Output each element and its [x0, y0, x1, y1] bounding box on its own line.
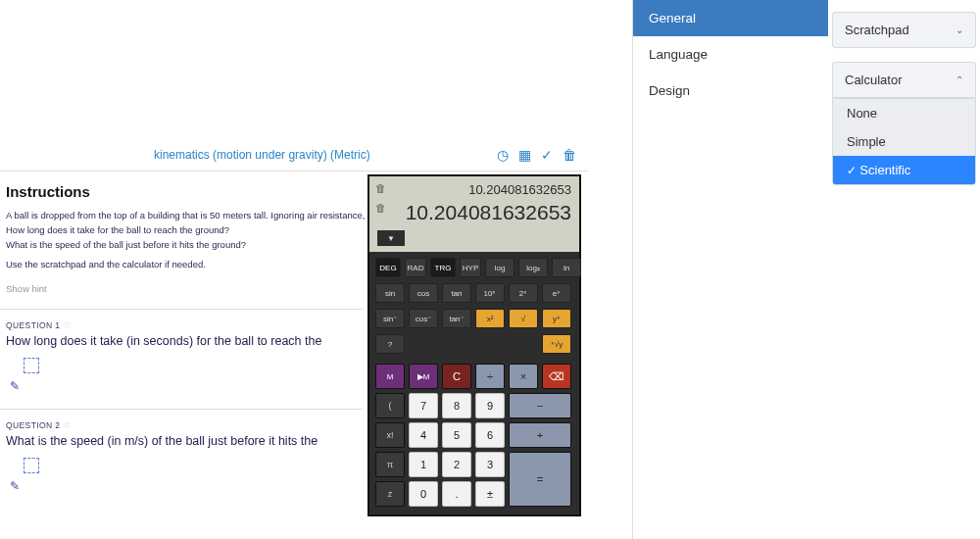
calc-key-tenx[interactable]: 10ˣ — [475, 283, 505, 303]
answer-input-2[interactable] — [24, 458, 39, 473]
calc-key-8[interactable]: 8 — [442, 393, 471, 418]
calc-key-dot[interactable]: . — [442, 481, 471, 507]
scratchpad-label: Scratchpad — [845, 23, 909, 37]
calc-key-plus[interactable]: + — [509, 422, 571, 448]
calc-key-log2[interactable]: log₂ — [518, 258, 548, 277]
grid-icon[interactable]: ▦ — [518, 147, 531, 163]
calc-key-tan[interactable]: tan — [442, 283, 471, 303]
calc-key-6[interactable]: 6 — [475, 422, 505, 448]
calculator-label: Calculator — [845, 73, 903, 87]
calc-key-ypow[interactable]: yˣ — [542, 309, 571, 328]
calc-option-none[interactable]: None — [833, 99, 975, 127]
calculator-options: None Simple Scientific — [832, 98, 976, 185]
calc-key-cos[interactable]: cos — [409, 283, 438, 303]
calc-clear-line-icon[interactable]: 🗑 — [375, 182, 386, 194]
calc-key-z[interactable]: z — [375, 481, 405, 507]
calc-spacer — [442, 334, 471, 354]
edit-icon[interactable]: ✎ — [10, 479, 20, 493]
calc-result-line: 10.204081632653 — [377, 199, 571, 226]
calc-key-ln[interactable]: ln — [552, 258, 581, 277]
calc-key-asin[interactable]: sin⁻ — [375, 309, 405, 328]
calc-history-line: 10.204081632653 — [377, 180, 571, 199]
calc-key-atan[interactable]: tan⁻ — [442, 309, 471, 328]
show-hint-link[interactable]: Show hint — [6, 283, 47, 294]
calc-key-mrecall[interactable]: M — [375, 364, 405, 389]
calc-history-toggle[interactable]: ▼ — [377, 230, 405, 246]
calculator: 🗑 10.204081632653 🗑 10.204081632653 ▼ DE… — [368, 174, 581, 516]
calc-key-2[interactable]: 2 — [442, 452, 471, 477]
calc-key-rad[interactable]: RAD — [405, 258, 426, 277]
tab-design[interactable]: Design — [633, 73, 828, 109]
calc-key-xroot[interactable]: ˣ√y — [542, 334, 571, 354]
calc-key-9[interactable]: 9 — [475, 393, 505, 418]
tab-general[interactable]: General — [633, 0, 828, 36]
star-icon[interactable]: ☆ — [63, 419, 72, 430]
calc-key-ex[interactable]: eˣ — [542, 283, 571, 303]
calc-key-sqrt[interactable]: √ — [509, 309, 538, 328]
question-1-label: QUESTION 1 ☆ — [6, 319, 353, 330]
question-2: QUESTION 2 ☆ What is the speed (in m/s) … — [0, 409, 363, 501]
calc-key-7[interactable]: 7 — [409, 393, 438, 418]
calc-option-scientific[interactable]: Scientific — [833, 156, 975, 184]
calc-key-pi[interactable]: π — [375, 452, 405, 477]
calc-key-sin[interactable]: sin — [375, 283, 405, 303]
calc-key-acos[interactable]: cos⁻ — [409, 309, 438, 328]
calc-key-backspace[interactable]: ⌫ — [542, 364, 571, 389]
calc-key-fact[interactable]: x! — [375, 422, 405, 448]
chevron-up-icon: ⌃ — [956, 74, 963, 85]
calc-key-log[interactable]: log — [485, 258, 514, 277]
calculator-keypad: DEG RAD TRG HYP log log₂ ln sin cos tan … — [369, 252, 579, 514]
calc-clear-line-icon[interactable]: 🗑 — [375, 202, 386, 214]
star-icon[interactable]: ☆ — [63, 319, 72, 330]
calc-key-0[interactable]: 0 — [409, 481, 438, 507]
calc-key-equals[interactable]: = — [509, 452, 571, 507]
calc-key-5[interactable]: 5 — [442, 422, 471, 448]
calc-key-minus[interactable]: − — [509, 393, 571, 418]
quiz-header: kinematics (motion under gravity) (Metri… — [0, 0, 588, 171]
trash-icon[interactable]: 🗑 — [563, 147, 576, 163]
question-1-text: How long does it take (in seconds) for t… — [6, 334, 353, 348]
calc-spacer — [409, 334, 438, 354]
quiz-toolbar: ◷ ▦ ✓ 🗑 — [497, 147, 576, 163]
calc-key-trg[interactable]: TRG — [430, 258, 456, 277]
tab-language[interactable]: Language — [633, 36, 828, 73]
calc-spacer — [509, 334, 538, 354]
clock-icon[interactable]: ◷ — [497, 147, 509, 163]
calc-key-clear[interactable]: C — [442, 364, 471, 389]
calc-key-negate[interactable]: ± — [475, 481, 505, 507]
settings-panel: Scratchpad ⌄ Calculator ⌃ None Simple Sc… — [828, 0, 980, 539]
calc-key-xsq[interactable]: x² — [475, 309, 505, 328]
check-icon[interactable]: ✓ — [541, 147, 553, 163]
calc-key-3[interactable]: 3 — [475, 452, 505, 477]
calc-option-simple[interactable]: Simple — [833, 127, 975, 156]
settings-tabs: General Language Design — [632, 0, 828, 539]
question-2-label: QUESTION 2 ☆ — [6, 419, 353, 430]
quiz-title-link[interactable]: kinematics (motion under gravity) (Metri… — [154, 148, 370, 162]
calc-key-divide[interactable]: ÷ — [475, 364, 505, 389]
calc-key-mstore[interactable]: ▶M — [409, 364, 438, 389]
calc-key-1[interactable]: 1 — [409, 452, 438, 477]
scratchpad-field[interactable]: Scratchpad ⌄ — [832, 12, 976, 48]
calc-key-hyp[interactable]: HYP — [460, 258, 481, 277]
chevron-down-icon: ⌄ — [956, 24, 963, 35]
calc-key-4[interactable]: 4 — [409, 422, 438, 448]
question-2-text: What is the speed (in m/s) of the ball j… — [6, 434, 353, 448]
calculator-field[interactable]: Calculator ⌃ — [832, 62, 976, 98]
answer-input-1[interactable] — [24, 358, 39, 373]
calc-key-help[interactable]: ? — [375, 334, 405, 354]
calc-spacer — [475, 334, 505, 354]
calc-key-deg[interactable]: DEG — [375, 258, 401, 277]
calculator-screen: 🗑 10.204081632653 🗑 10.204081632653 ▼ — [369, 176, 579, 252]
edit-icon[interactable]: ✎ — [10, 379, 20, 393]
question-1: QUESTION 1 ☆ How long does it take (in s… — [0, 309, 363, 401]
calc-key-twox[interactable]: 2ˣ — [509, 283, 538, 303]
calc-key-multiply[interactable]: × — [509, 364, 538, 389]
calc-key-paren[interactable]: ( — [375, 393, 405, 418]
